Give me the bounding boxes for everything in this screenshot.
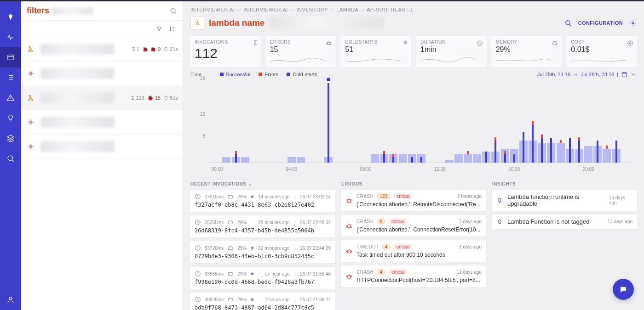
stat-memory[interactable]: MEMORY29% [491,35,563,68]
bug-icon [345,222,353,230]
memory-icon [227,271,234,277]
svg-rect-23 [229,299,232,301]
gear-icon[interactable] [629,19,637,27]
svg-point-1 [8,156,13,161]
insight-row[interactable]: Lambda function runtime is upgradable13 … [491,189,638,211]
nav-inventory-icon[interactable] [0,47,21,68]
svg-point-29 [348,275,351,278]
invocation-row[interactable]: 27810ms 29% ❄ 14 minutes ago|26.07 23:02… [190,189,336,212]
invocation-row[interactable]: 63558ms 29% ❄ an hour ago|26.07 21:55:46… [190,266,336,289]
svg-rect-5 [30,121,32,123]
snowflake-icon: ❄ [250,271,254,276]
sidebar-item[interactable] [21,62,183,86]
bug-icon [345,247,353,255]
redacted [40,141,114,152]
sidebar-item[interactable] [21,135,183,159]
breadcrumb-item[interactable]: LAMBDA [336,7,367,12]
chevron-down-icon[interactable]: ⌄ [248,181,252,186]
chevron-down-icon[interactable] [630,71,637,78]
nav-list-icon[interactable] [0,68,21,88]
filter-icon[interactable] [156,25,162,33]
bulb-icon [496,218,503,225]
stat-cost[interactable]: COST0.01$ [566,35,638,68]
lambda-icon [26,93,36,103]
layer-icon [26,117,36,127]
lambda-name-annotation: lambda name [209,18,264,28]
recent-invocations-panel: RECENT INVOCATIONS ⌄ 27810ms 29% ❄ 14 mi… [190,179,336,305]
breadcrumb-item[interactable]: INTERVIEWER.AI [190,7,243,12]
nav-layers-icon[interactable] [0,128,21,148]
nav-alert-icon[interactable] [0,88,21,108]
svg-rect-11 [553,42,557,45]
redacted [40,117,114,128]
svg-rect-0 [8,55,13,60]
svg-point-27 [348,225,351,228]
clock-icon [195,245,201,251]
search-icon[interactable] [564,19,572,27]
svg-rect-15 [229,196,232,198]
invocation-row[interactable]: 48828ms 29% ❄ 2 hours ago|26.07 21:38:27… [190,292,336,310]
breadcrumb[interactable]: INTERVIEWER.AIINTERVIEWER.AIINVENTORYLAM… [183,1,644,12]
breadcrumb-item[interactable]: INVENTORY [297,7,337,12]
memory-icon [227,245,234,251]
nav-rail [0,1,21,310]
error-row[interactable]: CRASH6critical3 days ago ('Connection ab… [340,214,487,237]
snowflake-icon: ❄ [250,246,254,251]
filters-annotation: filters [27,6,49,16]
redacted [40,68,114,79]
lambda-icon [26,44,36,54]
sidebar-item[interactable]: Σ 1🐞 🐞 0⏱ 21s [21,37,183,62]
redacted [40,44,114,55]
configuration-link[interactable]: CONFIGURATION [578,20,623,26]
snowflake-icon: ❄ [250,297,254,302]
sidebar-item[interactable]: Σ 113🐞 15⏱ 51s [21,86,183,110]
svg-rect-13 [622,73,626,77]
nav-user-icon[interactable] [0,290,21,310]
legend-errors[interactable]: Errors [259,72,278,77]
chat-bubble[interactable] [613,279,634,300]
date-range[interactable]: Jul 25th, 23:16 → Jul 26th, 23:16 | [537,71,637,78]
layer-icon [26,141,36,152]
svg-rect-21 [229,273,232,276]
memory-icon [227,219,234,225]
nav-pulse-icon[interactable] [0,27,21,47]
error-row[interactable]: CRASH4critical11 days ago HTTPConnection… [340,265,487,287]
stat-invocations[interactable]: ΣINVOCATIONS112 [190,35,261,68]
svg-point-7 [565,21,569,25]
insight-row[interactable]: Lambda Function is not tagged13 days ago [491,214,638,230]
invocations-chart[interactable]: 81629 00:0004:0008:0012:0016:0020:00 [190,80,638,175]
sidebar: filters Σ 1🐞 🐞 0⏱ 21sΣ 113🐞 15⏱ 51s [21,1,183,310]
breadcrumb-item[interactable]: AP-SOUTHEAST-1 [367,7,414,12]
layer-icon [26,68,36,79]
error-row[interactable]: CRASH123critical2 hours ago ('Connection… [340,189,487,212]
sidebar-item[interactable] [21,110,183,135]
nav-logo[interactable] [0,7,21,27]
calendar-icon[interactable] [621,71,627,78]
svg-point-3 [171,8,175,12]
nav-bulb-icon[interactable] [0,108,21,128]
search-icon[interactable] [170,7,177,15]
svg-point-9 [328,42,330,45]
bug-icon [345,197,353,204]
memory-icon [227,193,234,200]
legend-coldstarts[interactable]: Cold-starts [287,72,317,77]
sort-icon[interactable] [169,25,175,33]
invocation-row[interactable]: 53720ms 29% ❄ 32 minutes ago|26.07 22:44… [190,241,336,264]
stat-duration[interactable]: DURATION1min [415,35,487,68]
legend-successful[interactable]: Successful [220,72,250,77]
stat-errors[interactable]: ERRORS15 [265,35,337,68]
svg-rect-6 [30,146,32,147]
dollar-icon [627,39,633,46]
stat-coldstarts[interactable]: ❄COLDSTARTS51 [340,35,412,68]
snowflake-icon: ❄ [403,39,408,46]
bulb-icon [496,197,503,204]
errors-panel: ERRORS CRASH123critical2 hours ago ('Con… [340,179,487,305]
svg-rect-4 [30,73,32,74]
clock-icon [477,39,483,46]
invocation-row[interactable]: 25365ms 29% 28 minutes ago|26.07 22:48:0… [190,215,336,238]
clock-icon [195,219,201,225]
lambda-icon: λ [190,16,204,30]
nav-search-icon[interactable] [0,148,21,169]
error-row[interactable]: TIMEOUT4critical3 days ago Task timed ou… [340,240,487,262]
breadcrumb-item[interactable]: INTERVIEWER.AI [243,7,296,12]
